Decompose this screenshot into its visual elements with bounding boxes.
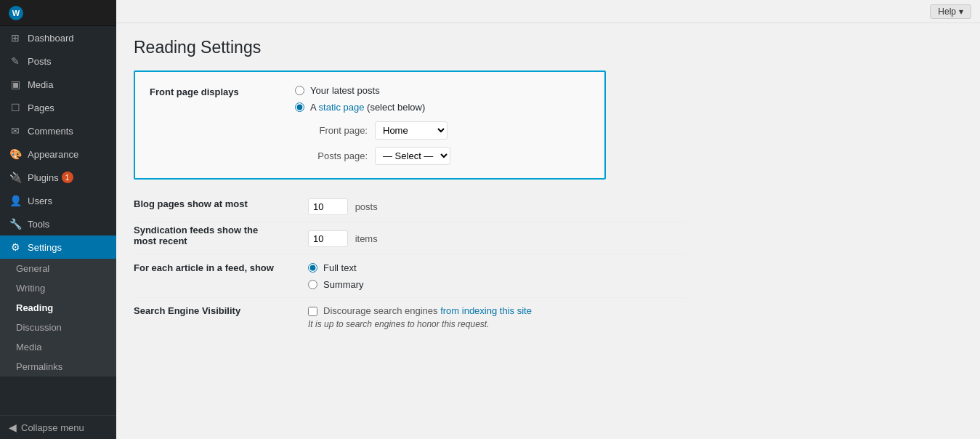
front-page-label: Front page displays — [150, 85, 295, 97]
collapse-icon: ◀ — [9, 422, 17, 433]
topbar: Help ▾ — [116, 0, 980, 23]
sidebar-item-label: Plugins — [28, 172, 59, 183]
sidebar-item-plugins[interactable]: 🔌 Plugins 1 — [0, 166, 116, 189]
submenu-item-reading[interactable]: Reading — [0, 298, 116, 318]
sidebar-item-dashboard[interactable]: ⊞ Dashboard — [0, 26, 116, 49]
comments-icon: ✉ — [9, 124, 22, 137]
sidebar-item-label: Media — [28, 79, 53, 90]
radio-static-label: A static page (select below) — [310, 102, 425, 113]
help-button[interactable]: Help ▾ — [930, 4, 971, 19]
page-title: Reading Settings — [134, 38, 963, 57]
sidebar-item-label: Appearance — [28, 149, 78, 160]
users-icon: 👤 — [9, 194, 22, 207]
radio-static-input[interactable] — [295, 102, 304, 112]
sidebar: W ⊞ Dashboard ✎ Posts ▣ Media ☐ Pages ✉ … — [0, 0, 116, 439]
settings-submenu: General Writing Reading Discussion Media… — [0, 259, 116, 376]
visibility-label: Search Engine Visibility — [134, 298, 308, 337]
static-page-link[interactable]: static page — [319, 102, 365, 113]
submenu-item-general[interactable]: General — [0, 259, 116, 278]
visibility-note: It is up to search engines to honor this… — [308, 319, 686, 329]
front-page-section: Front page displays Your latest posts A … — [134, 71, 606, 180]
feed-row: For each article in a feed, show Full te… — [134, 255, 686, 298]
posts-page-select-row: Posts page: — Select — Blog News Posts — [295, 147, 590, 165]
sidebar-item-appearance[interactable]: 🎨 Appearance — [0, 142, 116, 166]
radio-static-page[interactable]: A static page (select below) — [295, 102, 590, 113]
sidebar-logo: W — [0, 0, 116, 26]
sidebar-item-pages[interactable]: ☐ Pages — [0, 96, 116, 119]
help-chevron-icon: ▾ — [959, 7, 963, 17]
settings-table: Blog pages show at most posts Syndicatio… — [134, 191, 686, 337]
syndication-input[interactable] — [308, 230, 348, 247]
sidebar-item-users[interactable]: 👤 Users — [0, 189, 116, 212]
submenu-item-permalinks[interactable]: Permalinks — [0, 357, 116, 376]
visibility-checkbox-label: Discourage search engines from indexing … — [323, 305, 532, 316]
radio-summary-label: Summary — [323, 279, 364, 290]
blog-pages-control: posts — [308, 191, 686, 223]
feed-radio-group: Full text Summary — [308, 262, 686, 290]
visibility-checkbox-item[interactable]: Discourage search engines from indexing … — [308, 305, 686, 316]
settings-icon: ⚙ — [9, 241, 22, 254]
syndication-row: Syndication feeds show the most recent i… — [134, 223, 686, 255]
blog-pages-label: Blog pages show at most — [134, 191, 308, 223]
help-label: Help — [938, 7, 956, 17]
sidebar-item-label: Pages — [28, 102, 54, 113]
posts-page-select-label: Posts page: — [295, 150, 368, 161]
radio-full-input[interactable] — [308, 263, 317, 273]
front-page-select-row: Front page: Home About Contact Blog — [295, 121, 590, 140]
submenu-item-discussion[interactable]: Discussion — [0, 318, 116, 337]
syndication-control: items — [308, 223, 686, 255]
wp-logo-icon: W — [9, 6, 23, 20]
syndication-suffix: items — [355, 233, 378, 244]
submenu-item-writing[interactable]: Writing — [0, 278, 116, 298]
collapse-menu-button[interactable]: ◀ Collapse menu — [0, 415, 116, 439]
radio-full-label: Full text — [323, 262, 357, 273]
blog-pages-input[interactable] — [308, 198, 348, 215]
sidebar-item-settings[interactable]: ⚙ Settings — [0, 235, 116, 259]
posts-page-select[interactable]: — Select — Blog News Posts — [375, 147, 450, 165]
radio-full-text[interactable]: Full text — [308, 262, 686, 273]
radio-summary[interactable]: Summary — [308, 279, 686, 290]
sidebar-item-label: Settings — [28, 242, 62, 253]
front-page-select-label: Front page: — [295, 125, 368, 136]
visibility-row: Search Engine Visibility Discourage sear… — [134, 298, 686, 337]
plugins-icon: 🔌 — [9, 171, 22, 184]
plugins-badge: 1 — [62, 172, 73, 183]
sidebar-item-tools[interactable]: 🔧 Tools — [0, 212, 116, 235]
feed-control: Full text Summary — [308, 255, 686, 298]
sidebar-item-label: Dashboard — [28, 33, 74, 44]
visibility-checkbox[interactable] — [308, 307, 317, 316]
sidebar-item-label: Posts — [28, 56, 52, 67]
sub-page-settings: Front page: Home About Contact Blog Post… — [295, 121, 590, 165]
sidebar-item-label: Users — [28, 196, 52, 206]
radio-latest-posts[interactable]: Your latest posts — [295, 85, 590, 96]
radio-summary-input[interactable] — [308, 280, 317, 289]
front-page-row: Front page displays Your latest posts A … — [150, 85, 590, 165]
visibility-control: Discourage search engines from indexing … — [308, 298, 686, 337]
posts-icon: ✎ — [9, 55, 22, 68]
appearance-icon: 🎨 — [9, 148, 22, 161]
media-icon: ▣ — [9, 78, 22, 91]
visibility-link[interactable]: from indexing this site — [440, 305, 532, 316]
dashboard-icon: ⊞ — [9, 31, 22, 44]
sidebar-item-label: Tools — [28, 219, 49, 230]
feed-label: For each article in a feed, show — [134, 255, 308, 298]
sidebar-item-label: Comments — [28, 126, 73, 137]
blog-pages-suffix: posts — [355, 201, 378, 212]
front-page-control: Your latest posts A static page (select … — [295, 85, 590, 165]
sidebar-item-comments[interactable]: ✉ Comments — [0, 119, 116, 142]
sidebar-item-posts[interactable]: ✎ Posts — [0, 49, 116, 73]
page-content: Reading Settings Front page displays You… — [116, 23, 980, 439]
pages-icon: ☐ — [9, 101, 22, 114]
tools-icon: 🔧 — [9, 217, 22, 230]
front-page-radio-group: Your latest posts A static page (select … — [295, 85, 590, 113]
syndication-label: Syndication feeds show the most recent — [134, 223, 308, 255]
front-page-select[interactable]: Home About Contact Blog — [375, 121, 448, 140]
radio-latest-label: Your latest posts — [310, 85, 380, 96]
blog-pages-row: Blog pages show at most posts — [134, 191, 686, 223]
submenu-item-media[interactable]: Media — [0, 337, 116, 357]
radio-latest-input[interactable] — [295, 86, 304, 95]
sidebar-item-media[interactable]: ▣ Media — [0, 73, 116, 96]
main-content: Help ▾ Reading Settings Front page displ… — [116, 0, 980, 439]
